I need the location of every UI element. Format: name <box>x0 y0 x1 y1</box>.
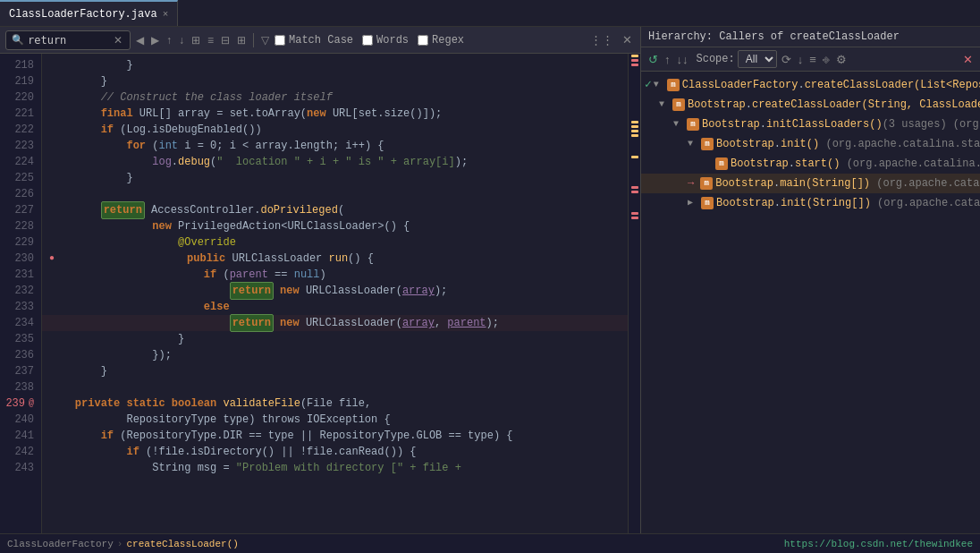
tree-icon-m-1: m <box>672 98 685 111</box>
hier-settings-button[interactable]: ⚙ <box>834 53 849 66</box>
check-icon-0: ✓ <box>645 76 652 94</box>
words-checkbox[interactable] <box>362 35 373 46</box>
code-line-236: }); <box>42 347 628 363</box>
search-bar: 🔍 ✕ ◀ ▶ ↑ ↓ ⊞ ≡ ⊟ ⊞ ▽ Match Case <box>0 27 640 54</box>
tree-item-0[interactable]: ✓ ▼ m ClassLoaderFactory.createClassLoad… <box>641 75 980 95</box>
line-num-238: 238 <box>4 379 34 396</box>
tree-label-1: Bootstrap.createClassLoader(String, Clas… <box>688 96 980 114</box>
search-extra2-button[interactable]: ⊞ <box>235 34 248 47</box>
match-case-checkbox[interactable] <box>275 35 285 46</box>
tree-item-1[interactable]: ▼ m Bootstrap.createClassLoader(String, … <box>641 95 980 115</box>
code-line-226 <box>42 186 628 202</box>
tree-item-2[interactable]: ▼ m Bootstrap.initClassLoaders()(3 usage… <box>641 115 980 134</box>
tree-item-3[interactable]: ▼ m Bootstrap.init() (org.apache.catalin… <box>641 134 980 154</box>
scroll-indicators <box>628 54 640 533</box>
code-line-239: private static boolean validateFile(File… <box>42 396 628 412</box>
tree-icon-m-3: m <box>701 138 714 150</box>
tab-close-button[interactable]: × <box>163 9 169 20</box>
search-next2-button[interactable]: ↓ <box>177 34 186 47</box>
search-input[interactable] <box>28 34 108 47</box>
code-line-241: if (RepositoryType.DIR == type || Reposi… <box>42 428 628 444</box>
code-line-227: return AccessController.doPrivileged( <box>42 202 628 218</box>
scope-select[interactable]: All <box>738 50 777 68</box>
hier-export-button[interactable]: ⎆ <box>821 53 832 66</box>
line-numbers: 218 219 220 221 222 223 224 225 226 227 … <box>0 54 42 533</box>
tree-item-4[interactable]: m Bootstrap.start() (org.apache.catalina… <box>641 154 980 174</box>
search-input-wrap: 🔍 ✕ <box>5 30 131 50</box>
content-area: 🔍 ✕ ◀ ▶ ↑ ↓ ⊞ ≡ ⊟ ⊞ ▽ Match Case <box>0 27 980 533</box>
search-prev2-button[interactable]: ↑ <box>165 34 173 47</box>
tree-item-5[interactable]: → m Bootstrap.main(String[]) (org.apache… <box>641 174 980 193</box>
line-num-226: 226 <box>4 186 34 202</box>
tab-label: ClassLoaderFactory.java <box>9 8 157 21</box>
tree-icon-m-4: m <box>715 157 728 170</box>
code-line-223: for (int i = 0; i < array.length; i++) { <box>42 138 628 154</box>
tab-classloaderfactory[interactable]: ClassLoaderFactory.java × <box>0 0 178 26</box>
search-more-button[interactable]: ≡ <box>206 34 215 47</box>
tree-label-3: Bootstrap.init() (org.apache.catalina.st… <box>716 135 980 153</box>
search-filter-button[interactable]: ⊞ <box>190 34 202 47</box>
words-option[interactable]: Words <box>362 34 409 47</box>
match-case-label: Match Case <box>289 34 353 47</box>
regex-option[interactable]: Regex <box>418 34 464 47</box>
hierarchy-toolbar: ↺ ↑ ↓↓ Scope: All ⟳ ↓ ≡ ⎆ ⚙ ✕ <box>641 47 980 72</box>
line-num-239: 239@ <box>4 396 34 412</box>
code-line-233: else <box>42 299 628 315</box>
search-prev-button[interactable]: ◀ <box>134 34 146 47</box>
match-case-option[interactable]: Match Case <box>275 34 353 47</box>
line-num-235: 235 <box>4 331 34 347</box>
line-num-232: 232 <box>4 283 34 299</box>
hier-callers-button[interactable]: ↑ <box>663 53 672 66</box>
line-num-219: 219 <box>4 73 34 89</box>
search-options-group: Match Case Words Regex <box>275 34 464 47</box>
regex-label: Regex <box>432 34 464 47</box>
scroll-mark-6 <box>631 130 638 132</box>
code-line-240: RepositoryType type) throws IOException … <box>42 412 628 428</box>
hierarchy-header: Hierarchy: Callers of createClassLoader <box>641 27 980 47</box>
line-num-228: 228 <box>4 218 34 234</box>
regex-checkbox[interactable] <box>418 35 428 46</box>
clear-search-button[interactable]: ✕ <box>112 34 124 47</box>
code-line-218: } <box>42 57 628 73</box>
tree-icon-m-0: m <box>667 79 680 91</box>
code-line-234: return new URLClassLoader(array, parent)… <box>42 315 628 331</box>
breadcrumb: ClassLoaderFactory › createClassLoader() <box>7 539 239 549</box>
tree-label-2: Bootstrap.initClassLoaders()(3 usages) (… <box>702 115 980 133</box>
tree-arrow-1: ▼ <box>659 96 670 114</box>
hier-sort-button[interactable]: ≡ <box>807 53 818 66</box>
code-line-232: return new URLClassLoader(array); <box>42 283 628 299</box>
line-num-220: 220 <box>4 89 34 106</box>
scroll-mark-5 <box>631 125 638 128</box>
code-content[interactable]: } } // Construct the class loader itself <box>42 54 628 533</box>
search-close-button[interactable]: ✕ <box>620 33 635 47</box>
tree-item-6[interactable]: ▶ m Bootstrap.init(String[]) (org.apache… <box>641 193 980 213</box>
hier-close-button[interactable]: ✕ <box>961 53 975 66</box>
tree-label-5: Bootstrap.main(String[]) (org.apache.cat… <box>715 174 979 192</box>
search-extra1-button[interactable]: ⊟ <box>219 34 232 47</box>
search-expand-button[interactable]: ⋮⋮ <box>587 33 616 47</box>
code-line-235: } <box>42 331 628 347</box>
hier-expand-button[interactable]: ⟳ <box>780 53 793 66</box>
hierarchy-tree[interactable]: ✓ ▼ m ClassLoaderFactory.createClassLoad… <box>641 72 980 533</box>
hier-callees-button[interactable]: ↓↓ <box>675 53 690 66</box>
hier-collapse-button[interactable]: ↓ <box>796 53 806 66</box>
search-icon: 🔍 <box>12 34 24 46</box>
tree-arrow-6: ▶ <box>688 194 698 212</box>
code-line-231: if (parent == null) <box>42 267 628 283</box>
code-line-230: ● public URLClassLoader run() { <box>42 251 628 267</box>
line-num-237: 237 <box>4 363 34 379</box>
tree-icon-m-6: m <box>701 197 714 209</box>
line-num-231: 231 <box>4 267 34 283</box>
scroll-mark-8 <box>631 156 638 158</box>
status-bar: ClassLoaderFactory › createClassLoader()… <box>0 533 980 553</box>
search-next-button[interactable]: ▶ <box>149 34 161 47</box>
code-line-243: String msg = "Problem with directory [" … <box>42 460 628 476</box>
scroll-mark-1 <box>631 55 638 57</box>
line-num-234: 234 <box>4 315 34 331</box>
breadcrumb-class: ClassLoaderFactory <box>7 539 114 549</box>
hier-refresh-button[interactable]: ↺ <box>646 53 660 66</box>
search-funnel-button[interactable]: ▽ <box>259 34 271 47</box>
code-line-242: if (!file.isDirectory() || !file.canRead… <box>42 444 628 460</box>
code-line-228: new PrivilegedAction<URLClassLoader>() { <box>42 218 628 234</box>
breadcrumb-method: createClassLoader() <box>126 539 238 549</box>
